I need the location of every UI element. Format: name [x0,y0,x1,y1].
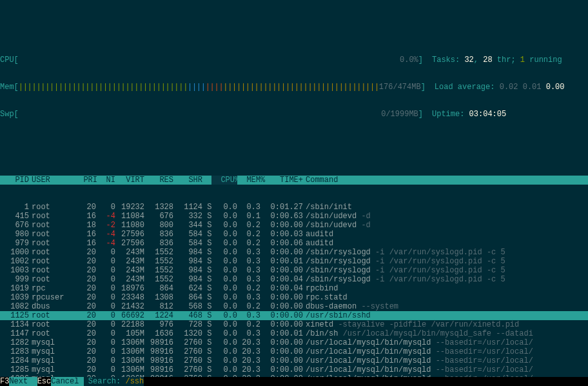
cell-pri: 18 [74,221,96,230]
header-pid[interactable]: PID [0,176,29,185]
cell-time: 0:00.00 [260,320,303,329]
cell-user: root [29,275,74,284]
cell-time: 0:00.00 [260,293,303,302]
cell-time: 0:00.01 [260,257,303,266]
process-row[interactable]: 1284mysql2001306M989162760 S0.020.30:00.… [0,356,588,365]
header-time[interactable]: TIME+ [260,176,303,185]
header-res[interactable]: RES [144,176,173,185]
cell-state: S [202,221,211,230]
cell-res: 1552 [144,275,173,284]
mem-bar-yellow: ||||||||||||||||||||||||||||||||||| [223,83,379,92]
cell-shr: 864 [173,293,202,302]
cell-user: root [29,257,74,266]
cell-state: S [202,230,211,239]
process-row[interactable]: 980root16-427596836584 S0.00.20:00.03aud… [0,230,588,239]
cell-pri: 20 [74,275,96,284]
search-input[interactable]: /ssh [125,377,144,386]
header-s[interactable]: S [202,176,211,185]
swp-meter: Swp[0/1999MB] [0,110,423,119]
header-cpu[interactable]: CPU% [211,176,237,185]
header-mem[interactable]: MEM% [237,176,260,185]
mem-bar-orange: |||| [206,83,224,92]
header-shr[interactable]: SHR [173,176,202,185]
cell-pri: 20 [74,293,96,302]
cell-pid: 1284 [0,356,29,365]
process-row[interactable]: 1147root200105M16361320 S0.00.30:00.01/b… [0,329,588,338]
cell-user: rpc [29,284,74,293]
cell-pri: 20 [74,329,96,338]
process-row[interactable]: 1282mysql2001306M989162760 S0.020.30:00.… [0,338,588,347]
process-row[interactable]: 1003root200243M1552984 S0.00.30:00.00/sb… [0,266,588,275]
cell-res: 1552 [144,257,173,266]
process-header[interactable]: PIDUSER PRI NI VIRT RES SHR S CPU% MEM% … [0,176,588,185]
process-row[interactable]: 1000root200243M1552984 S0.00.30:00.00/sb… [0,248,588,257]
process-row[interactable]: 999root200243M1552984 S0.00.30:00.04/sbi… [0,275,588,284]
cell-virt: 66692 [115,311,144,320]
cell-user: rpcuser [29,293,74,302]
cell-user: mysql [29,347,74,356]
cell-pid: 1082 [0,302,29,311]
process-row[interactable]: 415root16-411084676332 S0.00.10:00.63/sb… [0,212,588,221]
cell-command: dbus-daemon --system [303,302,588,311]
esc-key[interactable]: Esc [37,377,52,386]
cell-mem: 0.3 [237,275,260,284]
cell-virt: 243M [115,275,144,284]
cell-shr: 2760 [173,347,202,356]
process-row[interactable]: 1125root200666921224468 S0.00.30:00.00/u… [0,311,588,320]
process-row[interactable]: 1002root200243M1552984 S0.00.30:00.01/sb… [0,257,588,266]
cell-shr: 1320 [173,329,202,338]
process-row[interactable]: 1039rpcuser200233481308864 S0.00.30:00.0… [0,293,588,302]
cell-ni: 0 [96,257,115,266]
cell-cpu: 0.0 [211,284,237,293]
cell-command: /sbin/rsyslogd -i /var/run/syslogd.pid -… [303,275,588,284]
process-row[interactable]: 676root18-211080800344 S0.00.20:00.00/sb… [0,221,588,230]
process-row[interactable]: 1134root20022188976728 S0.00.20:00.00xin… [0,320,588,329]
process-row[interactable]: 1root2001923213281124 S0.00.30:01.27/sbi… [0,203,588,212]
cell-time: 0:00.00 [260,338,303,347]
process-row[interactable]: 1285mysql2001306M989162760 S0.020.30:00.… [0,365,588,374]
cell-time: 0:00.04 [260,284,303,293]
cell-mem: 0.1 [237,212,260,221]
cell-res: 1328 [144,203,173,212]
cell-state: S [202,356,211,365]
cell-command: rpc.statd [303,293,588,302]
cell-state: S [202,293,211,302]
esc-label: Cancel [51,377,83,386]
cell-pri: 20 [74,311,96,320]
cell-state: S [202,311,211,320]
process-row[interactable]: 1019rpc20018976864624 S0.00.20:00.04rpcb… [0,284,588,293]
process-row[interactable]: 1283mysql2001306M989162760 S0.020.30:00.… [0,347,588,356]
cell-state: S [202,338,211,347]
cell-res: 976 [144,320,173,329]
cell-cpu: 0.0 [211,302,237,311]
cell-cpu: 0.0 [211,221,237,230]
cell-cpu: 0.0 [211,212,237,221]
process-row[interactable]: 1082dbus20021432812568 S0.00.20:00.00dbu… [0,302,588,311]
cell-pid: 1125 [0,311,29,320]
header-virt[interactable]: VIRT [115,176,144,185]
header-command[interactable]: Command [303,176,588,185]
header-pri[interactable]: PRI [74,176,96,185]
cell-state: S [202,365,211,374]
cell-state: S [202,212,211,221]
cell-pid: 1147 [0,329,29,338]
process-row[interactable]: 979root16-427596836584 S0.00.20:00.06aud… [0,239,588,248]
process-table[interactable]: 1root2001923213281124 S0.00.30:01.27/sbi… [0,203,588,386]
footer-bar[interactable]: F3Next EscCancel Search: /ssh [0,377,588,386]
header-ni[interactable]: NI [96,176,115,185]
cell-pid: 1003 [0,266,29,275]
cell-virt: 11084 [115,212,144,221]
cell-pid: 1039 [0,293,29,302]
cell-shr: 984 [173,257,202,266]
cell-user: root [29,248,74,257]
cell-pri: 20 [74,203,96,212]
header-user[interactable]: USER [29,176,74,185]
cell-shr: 624 [173,284,202,293]
mem-label: Mem [0,83,14,92]
cell-user: root [29,230,74,239]
cell-time: 0:00.00 [260,266,303,275]
cell-mem: 0.2 [237,230,260,239]
cell-mem: 0.3 [237,248,260,257]
f3-key[interactable]: F3 [0,377,9,386]
cell-pri: 20 [74,347,96,356]
